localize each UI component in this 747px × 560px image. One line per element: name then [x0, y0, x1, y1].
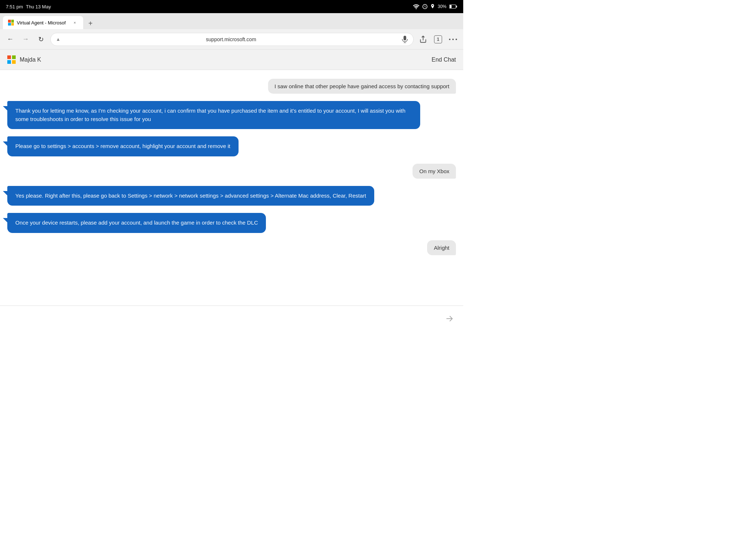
tab-close-button[interactable]: ×	[71, 19, 78, 26]
chat-input-area	[0, 306, 463, 331]
svg-point-9	[452, 39, 454, 40]
user-bubble-7: Alright	[427, 240, 456, 255]
nav-icons: 1	[417, 34, 459, 45]
battery-icon	[449, 4, 457, 9]
more-button[interactable]	[447, 34, 459, 45]
msg-text-2: Thank you for letting me know, as I'm ch…	[15, 108, 406, 122]
message-2: Thank you for letting me know, as I'm ch…	[7, 101, 456, 129]
msg-text-7: Alright	[434, 245, 449, 251]
msg-text-1: I saw online that other people have gain…	[275, 83, 449, 89]
battery-percent: 30%	[438, 4, 446, 9]
tab-count[interactable]: 1	[434, 35, 442, 43]
mic-icon[interactable]	[402, 36, 408, 43]
msg-text-4: On my Xbox	[419, 168, 449, 174]
address-bar[interactable]: ▲ support.microsoft.com	[50, 33, 414, 46]
agent-name: Majda K	[20, 57, 41, 63]
tab-favicon	[8, 20, 14, 26]
tab-bar: Virtual Agent - Microsof × +	[0, 13, 463, 29]
back-button[interactable]: ←	[4, 34, 16, 45]
message-1: I saw online that other people have gain…	[7, 79, 456, 94]
new-tab-button[interactable]: +	[85, 18, 96, 29]
svg-point-10	[456, 39, 457, 40]
agent-bubble-3: Please go to settings > accounts > remov…	[7, 136, 239, 156]
url-display: support.microsoft.com	[63, 36, 399, 42]
agent-bubble-6: Once your device restarts, please add yo…	[7, 213, 266, 233]
chat-container: Majda K End Chat I saw online that other…	[0, 50, 463, 331]
forward-button[interactable]: →	[20, 34, 31, 45]
agent-bubble-5: Yes please. Right after this, please go …	[7, 186, 374, 206]
svg-rect-3	[456, 6, 457, 8]
message-5: Yes please. Right after this, please go …	[7, 186, 456, 206]
tab-title: Virtual Agent - Microsof	[17, 20, 69, 26]
chat-header: Majda K End Chat	[0, 50, 463, 70]
svg-rect-2	[450, 5, 452, 8]
clock-icon	[422, 4, 427, 9]
agent-bubble-2: Thank you for letting me know, as I'm ch…	[7, 101, 420, 129]
chat-messages-area: I saw online that other people have gain…	[0, 70, 463, 306]
status-bar: 7:51 pm Thu 13 May 30%	[0, 0, 463, 13]
share-button[interactable]	[417, 34, 429, 45]
date: Thu 13 May	[26, 4, 51, 9]
ms-logo	[7, 55, 16, 64]
message-4: On my Xbox	[7, 164, 456, 179]
nav-bar: ← → ↻ ▲ support.microsoft.com 1	[0, 29, 463, 50]
msg-text-5: Yes please. Right after this, please go …	[15, 192, 366, 199]
security-warning-icon: ▲	[56, 36, 61, 42]
msg-text-3: Please go to settings > accounts > remov…	[15, 143, 231, 149]
end-chat-button[interactable]: End Chat	[431, 57, 456, 63]
msg-text-6: Once your device restarts, please add yo…	[15, 219, 258, 226]
wifi-icon	[413, 4, 419, 9]
send-button[interactable]	[443, 312, 456, 325]
location-icon	[430, 4, 435, 9]
user-bubble-4: On my Xbox	[413, 164, 456, 179]
status-left: 7:51 pm Thu 13 May	[6, 4, 51, 9]
message-7: Alright	[7, 240, 456, 255]
time: 7:51 pm	[6, 4, 23, 9]
status-right: 30%	[413, 4, 457, 9]
chat-header-left: Majda K	[7, 55, 41, 64]
active-tab[interactable]: Virtual Agent - Microsof ×	[3, 16, 83, 29]
message-6: Once your device restarts, please add yo…	[7, 213, 456, 233]
svg-point-8	[449, 39, 450, 40]
reload-button[interactable]: ↻	[35, 34, 47, 45]
user-bubble-1: I saw online that other people have gain…	[268, 79, 456, 94]
svg-rect-4	[403, 36, 406, 40]
message-3: Please go to settings > accounts > remov…	[7, 136, 456, 156]
